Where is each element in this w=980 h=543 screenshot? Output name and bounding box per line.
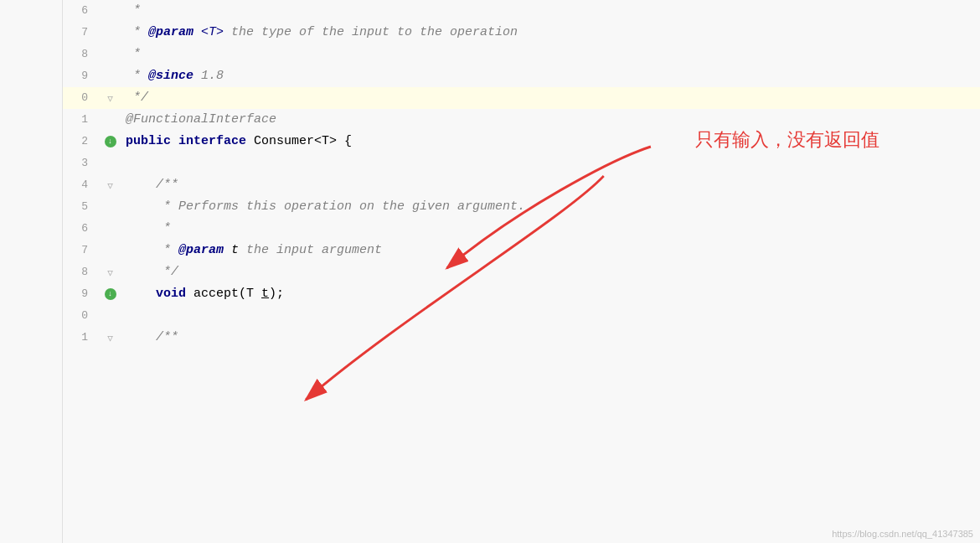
breakpoint-icon[interactable]: ↓ xyxy=(105,136,116,147)
line-number: 6 xyxy=(63,218,95,240)
code-line: void accept(T t); xyxy=(126,283,284,305)
line-icons xyxy=(95,0,126,22)
line-number: 5 xyxy=(63,196,95,218)
code-line: * xyxy=(126,44,141,65)
line-number: 8 xyxy=(63,261,95,283)
code-line: * @param <T> the type of the input to th… xyxy=(126,22,518,44)
line-number: 7 xyxy=(63,22,95,44)
line-icons: ↓ xyxy=(95,283,126,305)
code-line: /** xyxy=(126,327,178,349)
line-number-gutter xyxy=(0,0,63,543)
code-lines: 6 * 7 * @param <T> the type of the input… xyxy=(63,0,980,349)
watermark: https://blog.csdn.net/qq_41347385 xyxy=(832,529,973,539)
line-number: 9 xyxy=(63,283,95,305)
line-row: 8 * xyxy=(63,44,980,65)
code-line: public interface Consumer<T> { xyxy=(126,131,352,153)
line-row: 3 xyxy=(63,153,980,174)
line-icons: ▽ xyxy=(95,174,126,196)
line-icons xyxy=(95,196,126,218)
line-icons xyxy=(95,153,126,174)
line-row-highlighted: 0 ▽ */ xyxy=(63,87,980,109)
code-line: * xyxy=(126,218,171,240)
code-line: /** xyxy=(126,174,178,196)
fold-icon: ▽ xyxy=(107,180,113,191)
fold-icon: ▽ xyxy=(107,333,113,344)
line-number: 8 xyxy=(63,44,95,65)
line-icons xyxy=(95,305,126,327)
line-icons: ▽ xyxy=(95,87,126,109)
line-row: 1 @FunctionalInterface xyxy=(63,109,980,131)
line-row: 0 xyxy=(63,305,980,327)
code-line: @FunctionalInterface xyxy=(126,109,276,131)
line-row: 6 * xyxy=(63,0,980,22)
line-number: 1 xyxy=(63,327,95,349)
line-number: 4 xyxy=(63,174,95,196)
code-line: */ xyxy=(126,261,178,283)
code-line: * xyxy=(126,0,141,22)
line-icons xyxy=(95,65,126,87)
line-icons: ↓ xyxy=(95,131,126,153)
line-number: 1 xyxy=(63,109,95,131)
code-editor: 6 * 7 * @param <T> the type of the input… xyxy=(0,0,980,543)
line-number: 0 xyxy=(63,87,95,109)
line-row: 2 ↓ public interface Consumer<T> { xyxy=(63,131,980,153)
fold-icon: ▽ xyxy=(107,93,113,104)
line-number: 9 xyxy=(63,65,95,87)
line-number: 3 xyxy=(63,153,95,174)
line-icons: ▽ xyxy=(95,327,126,349)
line-number: 2 xyxy=(63,131,95,153)
line-row: 1 ▽ /** xyxy=(63,327,980,349)
line-icons xyxy=(95,240,126,261)
line-icons xyxy=(95,22,126,44)
line-row: 9 * @since 1.8 xyxy=(63,65,980,87)
code-line: */ xyxy=(126,87,148,109)
line-row: 4 ▽ /** xyxy=(63,174,980,196)
fold-icon: ▽ xyxy=(107,267,113,278)
code-line: * Performs this operation on the given a… xyxy=(126,196,525,218)
line-row: 6 * xyxy=(63,218,980,240)
line-row: 9 ↓ void accept(T t); xyxy=(63,283,980,305)
line-number: 0 xyxy=(63,305,95,327)
breakpoint-icon[interactable]: ↓ xyxy=(105,288,116,300)
code-line: * @since 1.8 xyxy=(126,65,224,87)
line-icons xyxy=(95,109,126,131)
line-number: 7 xyxy=(63,240,95,261)
line-icons xyxy=(95,44,126,65)
line-row: 5 * Performs this operation on the given… xyxy=(63,196,980,218)
line-row: 7 * @param t the input argument xyxy=(63,240,980,261)
line-row: 7 * @param <T> the type of the input to … xyxy=(63,22,980,44)
code-area: 6 * 7 * @param <T> the type of the input… xyxy=(0,0,980,543)
line-icons xyxy=(95,218,126,240)
line-row: 8 ▽ */ xyxy=(63,261,980,283)
line-number: 6 xyxy=(63,0,95,22)
line-icons: ▽ xyxy=(95,261,126,283)
code-line: * @param t the input argument xyxy=(126,240,382,261)
